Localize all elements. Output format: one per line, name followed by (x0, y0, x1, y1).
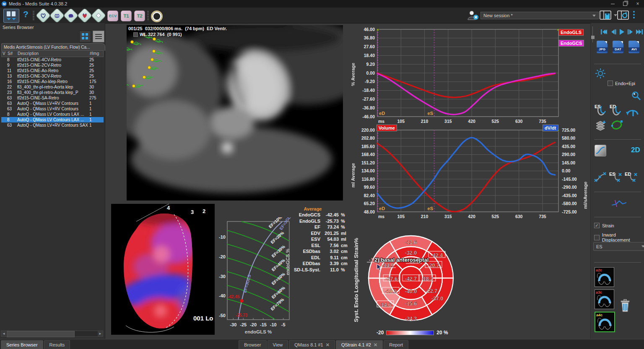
qmap-app-icon[interactable] (91, 8, 106, 23)
qstrain-app-icon[interactable] (63, 8, 79, 23)
series-hscrollbar[interactable]: ◄ ► (1, 331, 103, 337)
series-row[interactable]: 9tf2d15-CINE-2CV-Retro25 (1, 63, 104, 68)
edit-points-button[interactable] (593, 171, 608, 186)
t2-app-icon[interactable]: T2 (134, 10, 145, 21)
step-forward-button[interactable] (626, 28, 635, 36)
series-row[interactable]: 13tf2d15-CINE-3CV-Retro25 (1, 73, 104, 79)
step-back-button[interactable] (609, 28, 617, 36)
study-tab[interactable]: Medis AorticStenosis (LV Function, Flow)… (1, 43, 105, 51)
window-level-icon (133, 32, 138, 37)
2d-mode-button[interactable]: 2D (631, 146, 640, 154)
svg-text:0.00: 0.00 (366, 70, 375, 76)
more-menu-button[interactable] (633, 11, 635, 18)
thumbnail-view-button[interactable] (79, 31, 91, 42)
restore-button[interactable] (619, 0, 631, 8)
series-row[interactable]: 16tf2d15-CINE-Ao-klep-Retro175 (1, 79, 104, 84)
svg-text:202.80: 202.80 (361, 135, 375, 141)
series-row[interactable]: 22fl3_400_thr-pl-retro-Aorta klep30 (1, 84, 104, 90)
svg-text:endoGLS %: endoGLS % (245, 329, 272, 334)
reset-layout-button[interactable] (617, 10, 630, 23)
frame-slider-track[interactable] (592, 26, 593, 42)
ecv-app-icon[interactable]: ECV (107, 10, 118, 21)
series-row[interactable]: 23fl3_400_thr-pl-retro-Aorta klep_P30 (1, 90, 104, 95)
session-dropdown[interactable]: New session * (480, 12, 599, 19)
scroll-right-arrow[interactable]: ► (98, 331, 103, 336)
panel-tab-series-browser[interactable]: Series Browser (1, 340, 43, 349)
svg-text:-9.20: -9.20 (365, 79, 375, 84)
brightness-icon[interactable] (595, 68, 606, 81)
qheart-app-icon[interactable] (77, 8, 93, 23)
series-row[interactable]: 8AutoQ - QMass LV Contours LAX ...1 (1, 112, 104, 117)
strain-toggle[interactable]: ✓ Strain (594, 223, 614, 228)
magnifier-icon[interactable] (630, 90, 642, 104)
skip-start-button[interactable] (600, 28, 608, 36)
panel-tab-results[interactable]: Results (44, 340, 70, 349)
app-tab-qmass-8-1-1[interactable]: QMass 8.1 #1✕ (289, 340, 335, 349)
curve-mode-button[interactable] (595, 145, 606, 156)
divider (594, 217, 641, 217)
model-3d-view[interactable]: 432001 Lo (111, 204, 215, 335)
series-row[interactable]: 63tf2d15-CINE-SA-Retro275 (1, 95, 104, 101)
view-thumbnail-a4c[interactable]: a4c (595, 312, 615, 332)
ed-points-button[interactable]: ED (624, 171, 639, 186)
series-row[interactable]: 63AutoQ - QMass LV+RV Contours SAX1 (1, 122, 104, 128)
app-tab-browser[interactable]: Browser (239, 340, 266, 349)
es-contour-button[interactable]: ES (594, 104, 609, 120)
layout-button[interactable] (3, 9, 19, 23)
export-dat-button[interactable]: DAT (613, 41, 623, 53)
legend-endogcs[interactable]: EndoGCS (558, 40, 584, 47)
close-tab-icon[interactable]: ✕ (326, 342, 330, 347)
close-tab-icon[interactable]: ✕ (374, 342, 377, 347)
svg-text:220.00: 220.00 (361, 128, 375, 133)
list-view-button[interactable] (93, 31, 104, 42)
bullseye-plot[interactable]: -13.6-42.4-37.0-24.3-14.6-14.1-32.0-20.7… (363, 231, 459, 326)
export-avi-button[interactable]: AVI (628, 41, 639, 53)
save-layout-button[interactable] (600, 10, 612, 23)
scroll-thumb[interactable] (7, 331, 75, 337)
endo-epi-checkbox[interactable] (608, 81, 613, 86)
mri-viewport[interactable] (127, 25, 343, 201)
app-tab-qstrain-4-1-2[interactable]: QStrain 4.1 #2✕ (336, 340, 383, 349)
layers-button[interactable] (594, 119, 608, 134)
strain-checkbox[interactable]: ✓ (594, 223, 600, 228)
flip-contour-button[interactable] (625, 105, 640, 120)
app-tab-view[interactable]: View (267, 340, 288, 349)
frame-slider-thumb[interactable] (591, 36, 595, 39)
series-row[interactable]: 11tf2d15-CINE-Ao-Retro25 (1, 68, 104, 73)
col-s: S# (8, 51, 18, 57)
legend-dvdt[interactable]: dV/dt (543, 125, 558, 131)
scroll-left-arrow[interactable]: ◄ (1, 331, 6, 336)
inward-displacement-toggle[interactable]: Inward Displacement (594, 232, 644, 242)
delete-view-button[interactable] (618, 298, 632, 315)
play-button[interactable] (618, 28, 626, 36)
minimize-button[interactable] (606, 0, 619, 8)
legend-endogls[interactable]: EndoGLS (558, 29, 584, 36)
legend-volume[interactable]: Volume (377, 125, 397, 131)
series-row[interactable]: 8AutoQ - QMass LV Contours LAX ...1 (1, 117, 104, 122)
svg-text:-46.00: -46.00 (362, 114, 375, 119)
series-row[interactable]: 8tf2d15-CINE-4CV-Retro25 (1, 57, 104, 63)
inward-displacement-checkbox[interactable] (594, 235, 600, 240)
window-level-text: WL 322 764 (0 991) (140, 32, 182, 37)
export-jpg-button[interactable]: JPG (597, 41, 608, 53)
qtavi-ring-icon[interactable] (151, 10, 163, 22)
view-thumbnail-a3c[interactable]: a3c (595, 289, 614, 309)
qflow-app-icon[interactable] (49, 8, 65, 23)
segment-value: -42.7 (405, 276, 417, 282)
contour-ellipse-button[interactable] (609, 118, 624, 134)
close-button[interactable]: × (631, 0, 644, 8)
endo-epi-toggle[interactable]: Endo+Epi (608, 81, 635, 86)
phase-dropdown[interactable]: ES (593, 242, 644, 251)
chevron-down-icon[interactable] (614, 14, 617, 16)
help-button[interactable]: ? (23, 9, 29, 19)
skip-end-button[interactable] (635, 28, 644, 36)
series-row[interactable]: 63AutoQ - QMass LV+RV Contours1 (1, 101, 104, 106)
col-img: #Img (90, 51, 102, 57)
app-tab-report[interactable]: Report (384, 340, 408, 349)
curves-view-button[interactable] (611, 198, 628, 210)
qmass-app-icon[interactable] (36, 8, 51, 23)
t1-app-icon[interactable]: T1 (121, 10, 132, 21)
es-points-button[interactable]: ES (609, 171, 624, 186)
series-row[interactable]: 63AutoQ - QMass LV+RV Contours1 (1, 106, 104, 112)
view-thumbnail-a2c[interactable]: a2c (595, 267, 614, 287)
